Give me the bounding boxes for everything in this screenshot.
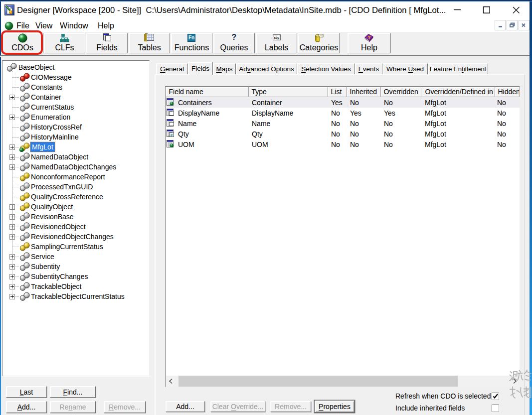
- svg-text:?: ?: [368, 35, 371, 40]
- svg-text:#: #: [171, 133, 173, 138]
- svg-text:abc: abc: [274, 36, 280, 39]
